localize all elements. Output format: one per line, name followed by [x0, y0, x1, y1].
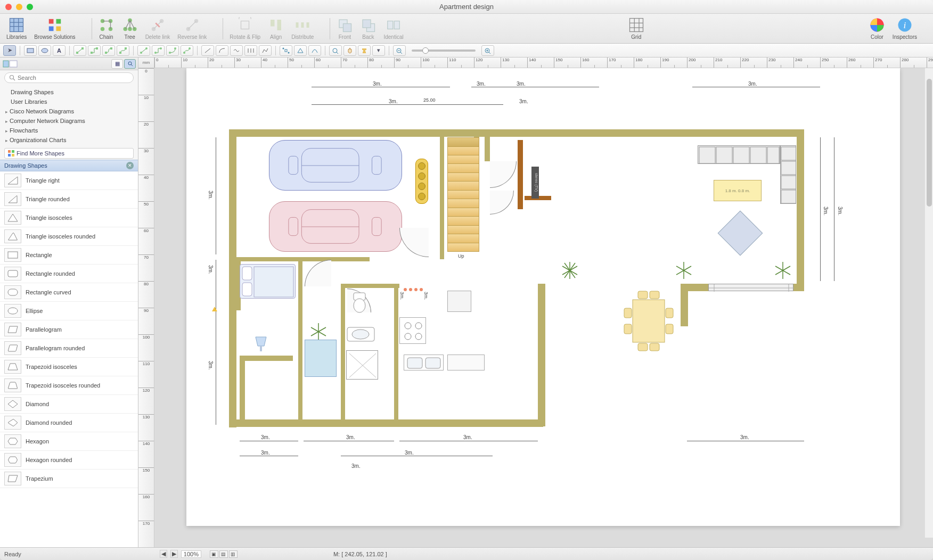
- connector-tool-1[interactable]: [73, 45, 86, 56]
- edit-points-tool[interactable]: [280, 45, 292, 56]
- arc-tool[interactable]: [216, 45, 228, 56]
- view-grid-button[interactable]: ▦: [111, 59, 123, 69]
- window-sill[interactable]: [708, 284, 793, 291]
- car-2[interactable]: [269, 201, 402, 252]
- close-button[interactable]: [5, 4, 12, 10]
- grid-button[interactable]: Grid: [626, 16, 646, 41]
- wall-bath-top[interactable]: [341, 284, 399, 288]
- plant-4[interactable]: [308, 321, 329, 342]
- back-button[interactable]: Back: [358, 16, 378, 41]
- connector-tool-8[interactable]: [181, 45, 193, 56]
- shape-item[interactable]: Diamond: [0, 395, 138, 414]
- shape-item[interactable]: Parallelogram rounded: [0, 339, 138, 358]
- zoom-tool[interactable]: [329, 45, 342, 56]
- shape-item[interactable]: Ellipse: [0, 302, 138, 320]
- wall-right-top[interactable]: [797, 129, 804, 289]
- wall-top[interactable]: [229, 129, 804, 137]
- tab-nav-next[interactable]: ▶: [170, 550, 178, 558]
- front-button[interactable]: Front: [334, 16, 355, 41]
- zoom-level[interactable]: 100%: [181, 550, 201, 558]
- drawing-page[interactable]: Up 1.8 m. 0.8: [186, 68, 900, 526]
- shape-item[interactable]: Hexagon: [0, 432, 138, 451]
- sink-bathroom[interactable]: [346, 326, 375, 342]
- plant-1[interactable]: [559, 260, 580, 281]
- wall-bath-left[interactable]: [341, 284, 345, 422]
- wall-stub[interactable]: [681, 284, 688, 326]
- tree-item-user-libraries[interactable]: User Libraries: [0, 97, 138, 106]
- door-garage[interactable]: [399, 228, 429, 257]
- coffee-table[interactable]: 1.8 m. 0.8 m.: [714, 180, 762, 201]
- sofa-top[interactable]: [698, 145, 780, 164]
- counter[interactable]: [447, 355, 485, 370]
- connector-tool-5[interactable]: [137, 45, 150, 56]
- rug[interactable]: [718, 211, 763, 256]
- shape-item[interactable]: Triangle isosceles rounded: [0, 227, 138, 246]
- counter-indicator[interactable]: [402, 286, 426, 291]
- color-button[interactable]: Color: [867, 16, 887, 41]
- wall-window-2[interactable]: [240, 356, 245, 419]
- door-hall[interactable]: [490, 161, 517, 188]
- zoom-slider[interactable]: [412, 50, 476, 52]
- wardrobe[interactable]: [305, 340, 337, 377]
- chain-button[interactable]: Chain: [96, 16, 117, 41]
- wall-bath-right[interactable]: [394, 284, 398, 422]
- tree-item-drawing-shapes[interactable]: Drawing Shapes: [0, 87, 138, 97]
- ellipse-tool[interactable]: [38, 45, 51, 56]
- bed[interactable]: [240, 264, 296, 299]
- find-more-shapes-button[interactable]: Find More Shapes: [4, 148, 134, 159]
- wall-bottom-left[interactable]: [229, 419, 543, 427]
- plant-2[interactable]: [673, 260, 694, 281]
- text-tool[interactable]: A: [53, 45, 66, 56]
- dining-set[interactable]: [617, 289, 681, 353]
- identical-button[interactable]: Identical: [381, 16, 405, 41]
- stairs[interactable]: [447, 145, 479, 252]
- shape-item[interactable]: Diamond rounded: [0, 414, 138, 432]
- shape-item[interactable]: Trapezoid isosceles rounded: [0, 376, 138, 395]
- tree-item-org-charts[interactable]: Organizational Charts: [0, 135, 138, 145]
- maximize-button[interactable]: [27, 4, 33, 10]
- tab-nav-prev[interactable]: ◀: [160, 550, 167, 558]
- page-tabs[interactable]: ▣▤▥: [210, 550, 238, 558]
- view-search-button[interactable]: [124, 59, 136, 69]
- libraries-button[interactable]: Libraries: [4, 16, 29, 41]
- stair-landing[interactable]: [447, 137, 479, 147]
- door-entry-2[interactable]: [490, 191, 514, 215]
- delete-link-button[interactable]: Delete link: [143, 16, 173, 41]
- shape-item[interactable]: Rectangle: [0, 246, 138, 265]
- shape-item[interactable]: Trapezium: [0, 470, 138, 488]
- dropper-tool[interactable]: ▾: [372, 45, 385, 56]
- connector-tool-6[interactable]: [152, 45, 165, 56]
- traffic-light[interactable]: [415, 159, 428, 204]
- shape-item[interactable]: Triangle right: [0, 171, 138, 190]
- active-library-header[interactable]: Drawing Shapes ✕: [0, 160, 138, 171]
- lamp[interactable]: [250, 334, 272, 353]
- washing-machine[interactable]: [346, 350, 378, 380]
- kitchen-sink[interactable]: [404, 355, 444, 370]
- rotate-flip-button[interactable]: Rotate & Flip: [227, 16, 263, 41]
- hand-tool[interactable]: [343, 45, 356, 56]
- wall-bedroom-right[interactable]: [298, 257, 302, 422]
- wall-garage-sep[interactable]: [236, 257, 370, 261]
- shape-item[interactable]: Rectangle curved: [0, 283, 138, 302]
- canvas[interactable]: Up 1.8 m. 0.8: [154, 68, 933, 547]
- shape-item[interactable]: Rectangle rounded: [0, 265, 138, 283]
- car-1[interactable]: [269, 140, 402, 191]
- line-tool[interactable]: [201, 45, 214, 56]
- close-library-button[interactable]: ✕: [126, 162, 134, 169]
- shelf-1[interactable]: [518, 140, 523, 209]
- bezier-tool[interactable]: [244, 45, 257, 56]
- connector-tool-7[interactable]: [166, 45, 179, 56]
- pointer-tool[interactable]: ➤: [3, 45, 16, 56]
- distribute-button[interactable]: Distribute: [289, 16, 316, 41]
- wall-left[interactable]: [229, 129, 236, 427]
- zoom-out-button[interactable]: [393, 45, 406, 56]
- wall-kitchen-right[interactable]: [538, 284, 545, 426]
- rect-tool[interactable]: [24, 45, 37, 56]
- tree-button[interactable]: Tree: [120, 16, 140, 41]
- stamp-tool[interactable]: [358, 45, 371, 56]
- shape-item[interactable]: Triangle rounded: [0, 190, 138, 209]
- browse-solutions-button[interactable]: Browse Solutions: [32, 16, 77, 41]
- zoom-in-button[interactable]: [481, 45, 494, 56]
- tree-item-flowcharts[interactable]: Flowcharts: [0, 126, 138, 135]
- wall-garage-right[interactable]: [440, 137, 444, 259]
